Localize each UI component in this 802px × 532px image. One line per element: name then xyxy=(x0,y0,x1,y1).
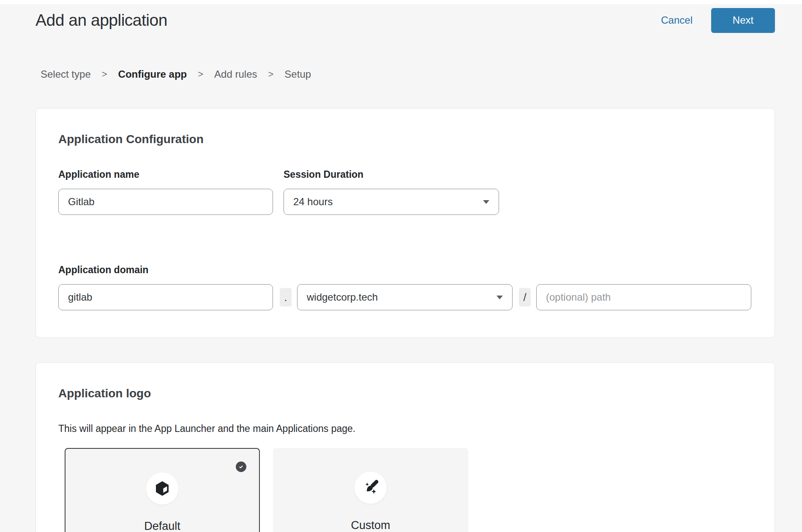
check-icon xyxy=(238,464,244,470)
application-name-input[interactable] xyxy=(58,189,273,215)
dot-separator: . xyxy=(280,288,292,307)
application-logo-heading: Application logo xyxy=(58,363,752,401)
next-button[interactable]: Next xyxy=(711,8,775,33)
breadcrumb-step-configure-app[interactable]: Configure app xyxy=(118,68,187,80)
application-name-label: Application name xyxy=(58,168,273,180)
logo-options: Default Custom xyxy=(65,448,752,532)
session-duration-label: Session Duration xyxy=(284,168,499,180)
logo-option-custom[interactable]: Custom xyxy=(273,448,468,532)
breadcrumb: Select type > Configure app > Add rules … xyxy=(41,68,802,80)
application-logo-card: Application logo This will appear in the… xyxy=(35,362,775,532)
logo-option-label: Default xyxy=(144,520,180,532)
session-duration-field-group: Session Duration 24 hours xyxy=(284,168,499,215)
top-divider xyxy=(0,0,802,4)
breadcrumb-step-add-rules[interactable]: Add rules xyxy=(214,68,257,80)
breadcrumb-separator: > xyxy=(268,68,274,80)
domain-select-value: widgetcorp.tech xyxy=(307,291,378,303)
path-input[interactable] xyxy=(536,284,751,310)
custom-logo-circle xyxy=(355,472,387,504)
application-domain-row: . widgetcorp.tech / xyxy=(58,284,752,310)
header-actions: Cancel Next xyxy=(661,8,775,33)
session-duration-select[interactable]: 24 hours xyxy=(284,189,499,215)
application-domain-label: Application domain xyxy=(58,264,752,276)
name-session-row: Application name Session Duration 24 hou… xyxy=(58,168,752,215)
breadcrumb-separator: > xyxy=(198,68,203,80)
application-logo-description: This will appear in the App Launcher and… xyxy=(58,423,752,434)
page-title: Add an application xyxy=(35,11,167,30)
selected-badge xyxy=(236,461,246,472)
domain-select[interactable]: widgetcorp.tech xyxy=(297,284,513,310)
default-logo-circle xyxy=(146,472,178,505)
breadcrumb-separator: > xyxy=(102,68,107,80)
application-name-field-group: Application name xyxy=(58,168,273,215)
application-configuration-heading: Application Configuration xyxy=(58,109,752,147)
breadcrumb-step-select-type[interactable]: Select type xyxy=(41,68,91,80)
session-duration-value: 24 hours xyxy=(293,196,333,208)
logo-option-default[interactable]: Default xyxy=(65,448,260,532)
page-header: Add an application Cancel Next xyxy=(0,4,802,36)
subdomain-input[interactable] xyxy=(58,284,273,310)
chevron-down-icon xyxy=(496,296,503,299)
cancel-button[interactable]: Cancel xyxy=(661,14,693,26)
slash-separator: / xyxy=(519,288,531,307)
chevron-down-icon xyxy=(483,200,489,204)
application-configuration-card: Application Configuration Application na… xyxy=(35,108,775,338)
logo-option-label: Custom xyxy=(351,519,390,532)
cube-icon xyxy=(154,480,171,497)
application-domain-field-group: Application domain . widgetcorp.tech / xyxy=(58,264,752,310)
breadcrumb-step-setup[interactable]: Setup xyxy=(284,68,311,80)
paintbrush-icon xyxy=(362,479,379,497)
